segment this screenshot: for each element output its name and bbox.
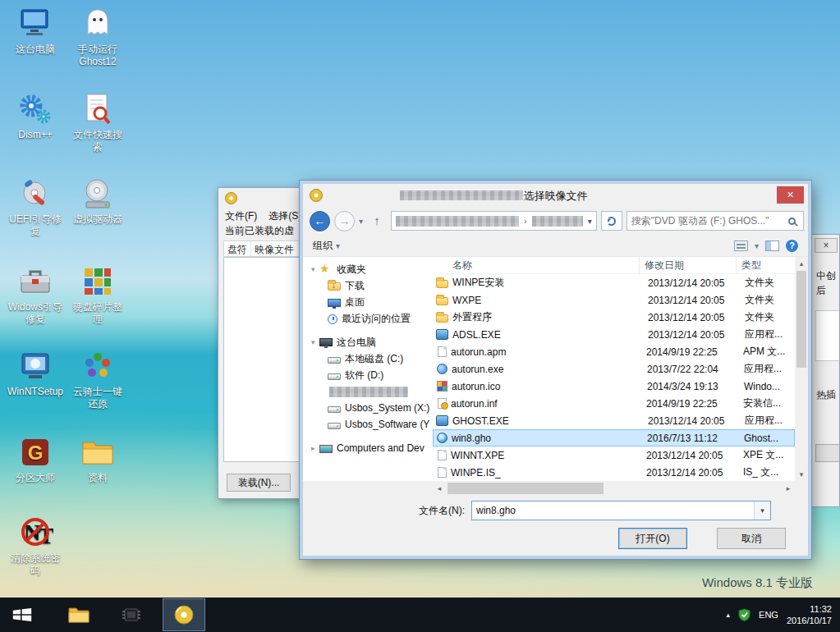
chevron-down-icon: ▾ [336, 241, 340, 250]
nav-favorites[interactable]: ▾收藏夹 [303, 261, 433, 277]
expander-icon[interactable]: ▾ [311, 265, 319, 273]
file-row[interactable]: WINNT.XPE2013/12/14 20:05XPE 文... [433, 447, 795, 464]
file-row[interactable]: autorun.exe2013/7/22 22:04应用程... [433, 360, 795, 378]
column-type[interactable]: 类型 [737, 257, 795, 273]
scroll-thumb[interactable] [448, 483, 604, 494]
file-row[interactable]: GHOST.EXE2013/12/14 20:05应用程... [433, 412, 795, 429]
file-row[interactable]: 外置程序2013/12/14 20:05文件夹 [433, 309, 795, 326]
nav-desktop[interactable]: 桌面 [303, 294, 433, 310]
combo-dropdown-icon[interactable]: ▾ [754, 501, 770, 520]
refresh-button[interactable] [601, 211, 622, 231]
desktop-icon-defrag[interactable]: 硬盘碎片整理 [69, 264, 126, 326]
cancel-button[interactable]: 取消 [717, 528, 786, 549]
scroll-track[interactable] [795, 270, 808, 468]
column-image-file[interactable]: 映像文件 [251, 241, 298, 256]
nav-disk-d[interactable]: 软件 (D:) [303, 367, 433, 383]
view-dropdown-icon[interactable]: ▾ [755, 241, 759, 250]
nav-network[interactable]: ▸Computers and Dev [303, 440, 433, 456]
file-row[interactable]: ADSL.EXE2013/12/14 20:05应用程... [433, 326, 795, 343]
file-row[interactable]: autorun.inf2014/9/19 22:25安装信... [433, 395, 795, 412]
back-button[interactable]: ← [310, 211, 330, 231]
start-button[interactable] [0, 598, 44, 632]
open-button[interactable]: 打开(O) [618, 528, 687, 549]
mount-dialog-titlebar [218, 188, 302, 208]
expander-icon[interactable]: ▾ [311, 338, 319, 346]
security-shield-icon[interactable] [738, 608, 750, 621]
nav-censored-drive[interactable] [303, 383, 433, 400]
organize-button[interactable]: 组织 ▾ [313, 239, 340, 253]
desktop-icon-boot-repair[interactable]: Widows引导修复 [7, 264, 64, 326]
forward-button[interactable]: → [334, 211, 355, 231]
close-icon[interactable]: × [815, 238, 838, 253]
icon-label: 这台电脑 [7, 44, 64, 56]
mount-list[interactable] [223, 257, 302, 462]
file-row-selected[interactable]: win8.gho2016/7/13 11:12Ghost... [433, 429, 795, 447]
desktop-icon-file-search[interactable]: 文件快速搜索 [69, 92, 126, 153]
file-row[interactable]: autorun.ico2014/3/24 19:13Windo... [433, 378, 795, 395]
explorer-taskbar-button[interactable] [59, 598, 99, 632]
address-bar[interactable]: › ▾ [391, 211, 597, 231]
file-search-icon [79, 92, 117, 126]
help-icon[interactable]: ? [786, 240, 798, 252]
desktop-icon-this-pc[interactable]: 这台电脑 [7, 7, 64, 56]
desktop-icon-yunqishi[interactable]: 云骑士一键还原 [69, 349, 126, 410]
search-box[interactable]: 搜索"DVD 驱动器 (F:) GHOS..." [627, 211, 804, 231]
file-row[interactable]: autorun.apm2014/9/19 22:25APM 文... [433, 343, 795, 360]
nav-this-pc[interactable]: ▾这台电脑 [303, 334, 433, 350]
file-row[interactable]: WINPE.IS_2013/12/14 20:05IS_ 文... [433, 464, 795, 481]
desktop-icon-uefi-fix[interactable]: UEFI引导修复 [7, 176, 64, 238]
desktop-icon-winntsetup[interactable]: WinNTSetup [7, 349, 64, 398]
nav-label: Usbos_Software (Y [345, 419, 429, 430]
language-indicator[interactable]: ENG [759, 610, 778, 620]
desktop-icon-ghost12[interactable]: 手动运行Ghost12 [69, 7, 126, 68]
nav-disk-c[interactable]: 本地磁盘 (C:) [303, 350, 433, 367]
clock[interactable]: 11:32 2016/10/17 [787, 603, 832, 627]
file-row[interactable]: WINPE安装2013/12/14 20:05文件夹 [433, 274, 795, 291]
tray-up-arrow-icon[interactable]: ▴ [727, 611, 731, 619]
vertical-scrollbar[interactable]: ▴ ▾ [795, 257, 808, 481]
preview-pane-icon[interactable] [765, 240, 779, 251]
desktop-icon-dism[interactable]: Dism++ [7, 92, 64, 141]
history-dropdown-icon[interactable]: ▾ [359, 217, 363, 226]
mount-button[interactable]: 装载(N)... [227, 474, 291, 492]
filename-input[interactable] [472, 501, 754, 520]
column-name[interactable]: 名称 [433, 257, 640, 273]
icon-label: 分区大师 [7, 472, 64, 484]
ramdisk-taskbar-button[interactable] [112, 598, 151, 632]
view-list-icon[interactable] [734, 240, 748, 251]
active-app-taskbar-button[interactable] [163, 598, 205, 631]
menu-file[interactable]: 文件(F) [225, 209, 257, 223]
address-dropdown-icon[interactable]: ▾ [588, 217, 592, 226]
column-date[interactable]: 修改日期 [640, 257, 737, 273]
nav-label: 软件 (D:) [345, 369, 383, 382]
desktop-icon-clear-password[interactable]: NT 清除系统密码 [7, 515, 64, 577]
file-row[interactable]: WXPE2013/12/14 20:05文件夹 [433, 291, 795, 309]
document-icon [438, 450, 447, 460]
expander-icon[interactable]: ▸ [311, 444, 319, 452]
close-icon[interactable]: × [777, 186, 804, 204]
scroll-track[interactable] [446, 482, 782, 495]
desktop-icon-virtual-drive[interactable]: 虚拟驱动器 [69, 176, 126, 226]
desktop-icon-partition-master[interactable]: G 分区大师 [7, 435, 64, 484]
desktop-icon-data-folder[interactable]: 资料 [69, 435, 126, 484]
scroll-down-icon[interactable]: ▾ [795, 468, 808, 481]
dialog-titlebar[interactable]: 选择映像文件 × [303, 184, 808, 207]
scroll-up-icon[interactable]: ▴ [795, 257, 808, 270]
column-drive-letter[interactable]: 盘符 [224, 241, 251, 256]
nav-downloads[interactable]: 下载 [303, 277, 433, 294]
nav-recent-places[interactable]: 最近访问的位置 [303, 310, 433, 327]
up-button[interactable]: ↑ [367, 211, 387, 231]
nav-usbos-system[interactable]: Usbos_System (X:) [303, 400, 433, 416]
fragment-button[interactable] [815, 444, 840, 462]
disc-app-icon [174, 605, 194, 625]
filename-combo[interactable]: ▾ [471, 501, 771, 520]
icon-file-icon [437, 381, 448, 392]
nav-usbos-software[interactable]: Usbos_Software (Y [303, 416, 433, 433]
scroll-right-icon[interactable]: ▸ [782, 482, 795, 495]
scroll-left-icon[interactable]: ◂ [433, 482, 446, 495]
menu-select[interactable]: 选择(S) [269, 209, 301, 223]
scroll-thumb[interactable] [796, 271, 806, 368]
view-controls: ▾ ? [734, 240, 798, 252]
horizontal-scrollbar[interactable]: ◂ ▸ [433, 481, 808, 495]
icon-label: 资料 [69, 472, 126, 484]
